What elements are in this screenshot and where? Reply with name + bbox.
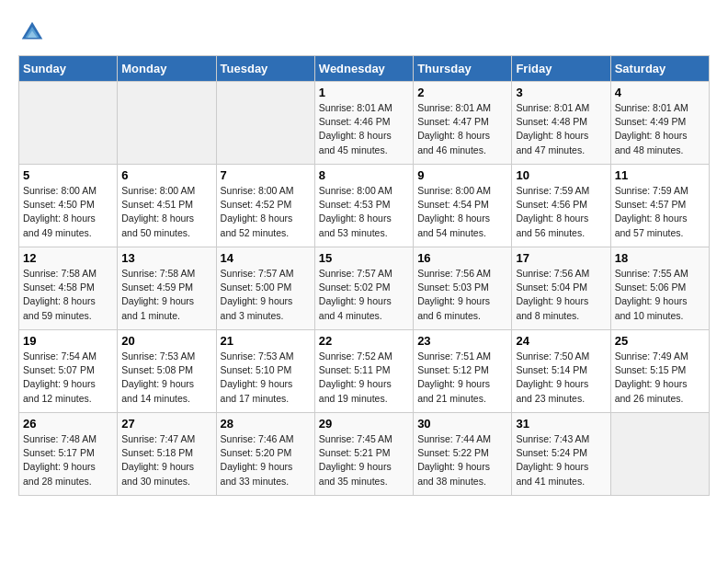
day-number: 22	[319, 334, 409, 348]
day-number: 29	[319, 417, 409, 431]
calendar-week-row: 19Sunrise: 7:54 AM Sunset: 5:07 PM Dayli…	[19, 330, 710, 413]
header	[18, 18, 710, 46]
day-info: Sunrise: 8:00 AM Sunset: 4:54 PM Dayligh…	[417, 184, 507, 240]
day-info: Sunrise: 7:48 AM Sunset: 5:17 PM Dayligh…	[23, 432, 113, 488]
day-info: Sunrise: 8:01 AM Sunset: 4:47 PM Dayligh…	[417, 101, 507, 157]
calendar-cell: 27Sunrise: 7:47 AM Sunset: 5:18 PM Dayli…	[118, 413, 216, 496]
day-number: 18	[615, 251, 705, 265]
day-info: Sunrise: 7:50 AM Sunset: 5:14 PM Dayligh…	[516, 350, 606, 406]
calendar-week-row: 1Sunrise: 8:01 AM Sunset: 4:46 PM Daylig…	[19, 82, 710, 165]
day-number: 27	[121, 417, 211, 431]
calendar-cell: 13Sunrise: 7:58 AM Sunset: 4:59 PM Dayli…	[118, 247, 216, 330]
day-number: 13	[121, 251, 211, 265]
day-number: 23	[417, 334, 507, 348]
calendar-cell: 9Sunrise: 8:00 AM Sunset: 4:54 PM Daylig…	[414, 165, 512, 247]
calendar-cell	[118, 82, 216, 165]
calendar-cell: 26Sunrise: 7:48 AM Sunset: 5:17 PM Dayli…	[19, 413, 118, 496]
calendar-cell: 10Sunrise: 7:59 AM Sunset: 4:56 PM Dayli…	[512, 165, 610, 247]
calendar-cell: 16Sunrise: 7:56 AM Sunset: 5:03 PM Dayli…	[414, 247, 512, 330]
calendar-cell: 19Sunrise: 7:54 AM Sunset: 5:07 PM Dayli…	[19, 330, 118, 413]
day-info: Sunrise: 8:01 AM Sunset: 4:46 PM Dayligh…	[319, 101, 409, 157]
day-number: 30	[417, 417, 507, 431]
calendar-cell: 3Sunrise: 8:01 AM Sunset: 4:48 PM Daylig…	[512, 82, 610, 165]
calendar-cell: 24Sunrise: 7:50 AM Sunset: 5:14 PM Dayli…	[512, 330, 610, 413]
calendar-cell: 17Sunrise: 7:56 AM Sunset: 5:04 PM Dayli…	[512, 247, 610, 330]
day-info: Sunrise: 7:55 AM Sunset: 5:06 PM Dayligh…	[615, 267, 705, 323]
day-info: Sunrise: 8:00 AM Sunset: 4:51 PM Dayligh…	[121, 184, 211, 240]
calendar-cell: 23Sunrise: 7:51 AM Sunset: 5:12 PM Dayli…	[414, 330, 512, 413]
day-number: 28	[221, 417, 311, 431]
day-info: Sunrise: 8:01 AM Sunset: 4:49 PM Dayligh…	[615, 101, 705, 157]
day-info: Sunrise: 7:45 AM Sunset: 5:21 PM Dayligh…	[319, 432, 409, 488]
day-info: Sunrise: 7:59 AM Sunset: 4:57 PM Dayligh…	[615, 184, 705, 240]
day-info: Sunrise: 7:59 AM Sunset: 4:56 PM Dayligh…	[516, 184, 606, 240]
day-info: Sunrise: 7:52 AM Sunset: 5:11 PM Dayligh…	[319, 350, 409, 406]
day-number: 5	[23, 168, 113, 182]
calendar-cell: 30Sunrise: 7:44 AM Sunset: 5:22 PM Dayli…	[414, 413, 512, 496]
weekday-header: Sunday	[19, 56, 118, 82]
day-number: 16	[417, 251, 507, 265]
day-number: 25	[615, 334, 705, 348]
calendar-cell	[216, 82, 314, 165]
day-number: 7	[221, 168, 311, 182]
day-number: 12	[23, 251, 113, 265]
calendar-cell	[19, 82, 118, 165]
day-info: Sunrise: 7:49 AM Sunset: 5:15 PM Dayligh…	[615, 350, 705, 406]
day-info: Sunrise: 7:43 AM Sunset: 5:24 PM Dayligh…	[516, 432, 606, 488]
day-number: 10	[516, 168, 606, 182]
day-info: Sunrise: 8:00 AM Sunset: 4:52 PM Dayligh…	[221, 184, 311, 240]
day-info: Sunrise: 7:53 AM Sunset: 5:10 PM Dayligh…	[221, 350, 311, 406]
day-number: 24	[516, 334, 606, 348]
calendar-cell: 14Sunrise: 7:57 AM Sunset: 5:00 PM Dayli…	[216, 247, 314, 330]
day-number: 17	[516, 251, 606, 265]
weekday-header: Monday	[118, 56, 216, 82]
calendar-cell	[610, 413, 709, 496]
day-number: 19	[23, 334, 113, 348]
calendar-cell: 15Sunrise: 7:57 AM Sunset: 5:02 PM Dayli…	[314, 247, 413, 330]
calendar-cell: 5Sunrise: 8:00 AM Sunset: 4:50 PM Daylig…	[19, 165, 118, 247]
day-number: 11	[615, 168, 705, 182]
calendar-cell: 20Sunrise: 7:53 AM Sunset: 5:08 PM Dayli…	[118, 330, 216, 413]
logo	[18, 18, 50, 46]
day-info: Sunrise: 7:54 AM Sunset: 5:07 PM Dayligh…	[23, 350, 113, 406]
day-info: Sunrise: 7:56 AM Sunset: 5:03 PM Dayligh…	[417, 267, 507, 323]
calendar-cell: 12Sunrise: 7:58 AM Sunset: 4:58 PM Dayli…	[19, 247, 118, 330]
weekday-header: Friday	[512, 56, 610, 82]
calendar-week-row: 12Sunrise: 7:58 AM Sunset: 4:58 PM Dayli…	[19, 247, 710, 330]
day-number: 6	[121, 168, 211, 182]
day-number: 21	[221, 334, 311, 348]
day-info: Sunrise: 7:53 AM Sunset: 5:08 PM Dayligh…	[121, 350, 211, 406]
logo-icon	[18, 18, 46, 46]
day-number: 9	[417, 168, 507, 182]
calendar-week-row: 26Sunrise: 7:48 AM Sunset: 5:17 PM Dayli…	[19, 413, 710, 496]
calendar-cell: 31Sunrise: 7:43 AM Sunset: 5:24 PM Dayli…	[512, 413, 610, 496]
day-info: Sunrise: 7:56 AM Sunset: 5:04 PM Dayligh…	[516, 267, 606, 323]
day-number: 8	[319, 168, 409, 182]
calendar-cell: 7Sunrise: 8:00 AM Sunset: 4:52 PM Daylig…	[216, 165, 314, 247]
day-info: Sunrise: 7:46 AM Sunset: 5:20 PM Dayligh…	[221, 432, 311, 488]
day-info: Sunrise: 8:00 AM Sunset: 4:53 PM Dayligh…	[319, 184, 409, 240]
calendar-cell: 18Sunrise: 7:55 AM Sunset: 5:06 PM Dayli…	[610, 247, 709, 330]
day-info: Sunrise: 8:01 AM Sunset: 4:48 PM Dayligh…	[516, 101, 606, 157]
day-info: Sunrise: 7:57 AM Sunset: 5:00 PM Dayligh…	[221, 267, 311, 323]
calendar-cell: 21Sunrise: 7:53 AM Sunset: 5:10 PM Dayli…	[216, 330, 314, 413]
calendar-cell: 22Sunrise: 7:52 AM Sunset: 5:11 PM Dayli…	[314, 330, 413, 413]
calendar-cell: 2Sunrise: 8:01 AM Sunset: 4:47 PM Daylig…	[414, 82, 512, 165]
day-number: 31	[516, 417, 606, 431]
weekday-header: Wednesday	[314, 56, 413, 82]
calendar-cell: 25Sunrise: 7:49 AM Sunset: 5:15 PM Dayli…	[610, 330, 709, 413]
day-number: 14	[221, 251, 311, 265]
day-info: Sunrise: 7:58 AM Sunset: 4:58 PM Dayligh…	[23, 267, 113, 323]
weekday-header-row: SundayMondayTuesdayWednesdayThursdayFrid…	[19, 56, 710, 82]
day-info: Sunrise: 7:47 AM Sunset: 5:18 PM Dayligh…	[121, 432, 211, 488]
weekday-header: Thursday	[414, 56, 512, 82]
calendar-cell: 11Sunrise: 7:59 AM Sunset: 4:57 PM Dayli…	[610, 165, 709, 247]
weekday-header: Tuesday	[216, 56, 314, 82]
day-number: 20	[121, 334, 211, 348]
day-number: 1	[319, 86, 409, 99]
calendar-cell: 4Sunrise: 8:01 AM Sunset: 4:49 PM Daylig…	[610, 82, 709, 165]
day-number: 4	[615, 86, 705, 99]
calendar-week-row: 5Sunrise: 8:00 AM Sunset: 4:50 PM Daylig…	[19, 165, 710, 247]
calendar-table: SundayMondayTuesdayWednesdayThursdayFrid…	[18, 55, 710, 496]
calendar-cell: 1Sunrise: 8:01 AM Sunset: 4:46 PM Daylig…	[314, 82, 413, 165]
